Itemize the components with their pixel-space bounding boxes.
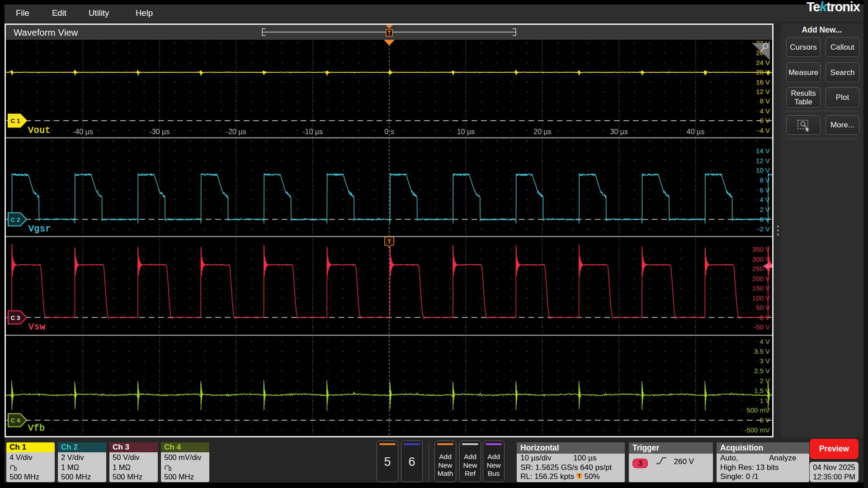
svg-text:-40 µs: -40 µs: [73, 128, 93, 136]
svg-text:C 3: C 3: [10, 314, 20, 321]
svg-text:350 V: 350 V: [752, 245, 770, 253]
svg-text:-30 µs: -30 µs: [149, 128, 170, 136]
svg-text:Vfb: Vfb: [28, 423, 45, 433]
svg-text:T: T: [387, 238, 391, 245]
svg-text:-20 µs: -20 µs: [226, 128, 246, 136]
svg-text:10 µs: 10 µs: [457, 128, 475, 136]
svg-text:-50 V: -50 V: [754, 323, 770, 331]
svg-text:1.5 V: 1.5 V: [754, 387, 770, 394]
svg-text:40 µs: 40 µs: [687, 128, 704, 136]
svg-text:-2 V: -2 V: [757, 225, 770, 233]
svg-text:C 4: C 4: [10, 417, 20, 424]
svg-text:16 V: 16 V: [756, 78, 770, 86]
svg-text:3 V: 3 V: [760, 357, 770, 365]
svg-text:12 V: 12 V: [756, 157, 770, 164]
svg-text:-4 V: -4 V: [757, 127, 770, 134]
svg-text:-500 mV: -500 mV: [744, 426, 770, 434]
svg-text:Vsw: Vsw: [28, 322, 46, 332]
svg-text:Vout: Vout: [28, 125, 51, 136]
svg-text:-10 µs: -10 µs: [302, 128, 323, 136]
svg-text:8 V: 8 V: [760, 97, 770, 105]
svg-text:20 µs: 20 µs: [533, 128, 551, 136]
svg-text:Vgsr: Vgsr: [28, 224, 51, 234]
svg-text:500 mV: 500 mV: [746, 406, 770, 414]
svg-text:14 V: 14 V: [756, 147, 770, 155]
svg-text:100 V: 100 V: [752, 294, 770, 302]
svg-text:4 V: 4 V: [760, 338, 770, 345]
svg-text:T: T: [387, 30, 391, 36]
svg-text:0 V: 0 V: [760, 416, 770, 424]
svg-text:30 µs: 30 µs: [610, 128, 627, 136]
svg-text:200 V: 200 V: [752, 275, 770, 282]
svg-text:300 V: 300 V: [752, 255, 770, 263]
svg-text:10 V: 10 V: [756, 166, 770, 174]
svg-text:24 V: 24 V: [756, 59, 770, 66]
svg-text:3.5 V: 3.5 V: [754, 347, 770, 355]
svg-text:2 V: 2 V: [760, 377, 770, 385]
svg-text:C 1: C 1: [10, 117, 20, 124]
svg-text:0 V: 0 V: [760, 117, 770, 124]
svg-text:C 2: C 2: [10, 216, 20, 223]
svg-text:2.5 V: 2.5 V: [754, 367, 770, 375]
svg-text:150 V: 150 V: [752, 284, 770, 292]
svg-text:4 V: 4 V: [760, 107, 770, 115]
svg-text:12 V: 12 V: [756, 88, 770, 95]
